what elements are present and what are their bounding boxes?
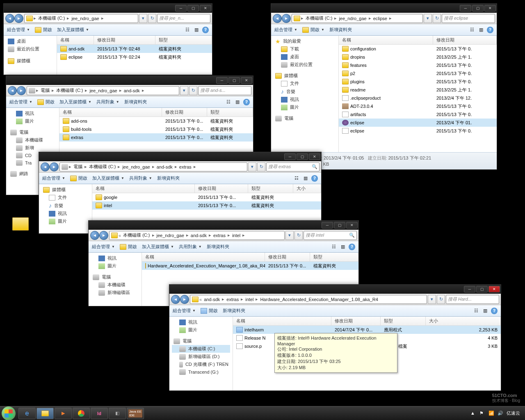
nav-pane[interactable]: 媒體櫃 文件 ♪音樂 視訊 圖片: [39, 184, 92, 233]
close-button[interactable]: ✕: [200, 5, 211, 11]
minimize-button[interactable]: ─: [216, 77, 228, 84]
tray-network-icon[interactable]: 📶: [488, 411, 494, 416]
task-chrome[interactable]: [73, 408, 90, 419]
maximize-button[interactable]: ▢: [472, 5, 484, 11]
search-input[interactable]: 搜尋 intel 🔍: [304, 231, 357, 240]
list-item[interactable]: features2015/1/13 下午 0.: [339, 61, 497, 69]
task-indesign[interactable]: Id: [91, 408, 108, 419]
search-input[interactable]: 搜尋 eclipse: [442, 14, 495, 23]
taskbar[interactable]: e ▶ Id ◧ Java EEIDE ▲ ⚑ 📶 🔊 亿速云: [0, 406, 525, 420]
breadcrumb[interactable]: ▸本機磁碟 (C:) ▸jee_ndro_gae ▸eclipse ▸: [292, 14, 423, 23]
tray-show-hidden-icon[interactable]: ▲: [470, 411, 476, 416]
preview-pane-icon[interactable]: ▥: [193, 27, 200, 33]
close-button[interactable]: ✕: [241, 77, 252, 84]
list-item[interactable]: google2015/1/13 下午 0...檔案資料夾: [92, 193, 321, 201]
task-app[interactable]: ◧: [109, 408, 126, 419]
list-item[interactable]: extras2015/1/13 下午 0...檔案資料夾: [59, 133, 253, 142]
breadcrumb[interactable]: «本機磁碟 (C:) ▸jee_ndro_gae ▸and-sdk ▸extra…: [109, 231, 285, 240]
list-item[interactable]: eclipse2013/2/4 下午 01.: [339, 119, 497, 127]
refresh-button[interactable]: ↻: [433, 14, 441, 23]
search-input[interactable]: 搜尋 Hard...: [446, 295, 499, 304]
list-item[interactable]: intel2015/1/13 下午 0...檔案資料夾: [92, 201, 321, 210]
open-button[interactable]: 開啟: [35, 27, 52, 33]
file-tooltip: 檔案描述: Intel® Hardware Accelerated Execut…: [274, 333, 397, 373]
open-button[interactable]: 開啟 ▼: [302, 27, 324, 33]
list-item[interactable]: readme2013/2/25 上午 1.: [339, 86, 497, 94]
column-headers[interactable]: 名稱 修改日期 類型: [57, 36, 212, 45]
search-input[interactable]: 搜尋 jee_n...: [157, 14, 210, 23]
add-to-library[interactable]: 加入至媒體櫃 ▼: [57, 27, 89, 33]
column-headers[interactable]: 名稱 修改日期: [339, 36, 497, 45]
nav-pane[interactable]: ★我的最愛 下載 桌面 最近的位置 媒體櫃 文件 ♪音樂 視訊 圖片 電腦: [271, 36, 339, 152]
nav-pane[interactable]: 桌面 最近的位置 媒體櫃: [4, 36, 57, 75]
maximize-button[interactable]: ▢: [228, 77, 240, 84]
file-list[interactable]: and-sdk2015/1/13 下午 02:48檔案資料夾 eclipse20…: [57, 45, 212, 75]
breadcrumb[interactable]: ▸電腦 ▸本機磁碟 (C:) ▸jee_ndro_gae ▸and-sdk ▸e…: [59, 162, 247, 171]
list-item[interactable]: p22015/1/13 下午 0.: [339, 69, 497, 78]
titlebar[interactable]: ─ ▢ ✕: [4, 4, 212, 13]
tray-ime[interactable]: 亿速云: [507, 410, 520, 416]
nav-pane[interactable]: 視訊 圖片 電腦 本機磁碟 新增磁碟區: [89, 253, 142, 306]
minimize-button[interactable]: ─: [460, 5, 471, 11]
list-item[interactable]: intelhaxm2014/7/24 下午 0...應用程式2,253 KB: [233, 326, 501, 334]
forward-button[interactable]: ►: [282, 14, 291, 23]
task-javaee[interactable]: Java EEIDE: [127, 408, 144, 419]
list-item[interactable]: configuration2015/1/13 下午 0.: [339, 45, 497, 53]
tray-volume-icon[interactable]: 🔊: [498, 411, 503, 416]
list-item[interactable]: add-ons2015/1/13 下午 0...檔案資料夾: [59, 117, 253, 125]
breadcrumb[interactable]: ▸本機磁碟 (C:) ▸jee_ndro_gae ▸: [24, 14, 138, 23]
search-input[interactable]: 搜尋 extras 🔍: [266, 162, 320, 171]
start-button[interactable]: [2, 406, 16, 420]
back-button[interactable]: ◄: [5, 14, 14, 23]
preview-pane-icon[interactable]: ▥: [478, 27, 484, 33]
list-item[interactable]: Hardware_Accelerated_Execution_Manager_1…: [142, 262, 358, 270]
explorer-window-eclipse[interactable]: ─ ▢ ✕ ◄► ▸本機磁碟 (C:) ▸jee_ndro_gae ▸eclip…: [271, 3, 497, 170]
view-options-icon[interactable]: ☷: [469, 27, 475, 33]
desktop-folder-icon[interactable]: [12, 217, 29, 231]
task-explorer[interactable]: [37, 408, 54, 419]
minimize-button[interactable]: ─: [175, 5, 187, 11]
watermark: 51CTO.com 技术博客 · Blog: [492, 393, 520, 404]
list-item[interactable]: plugins2015/1/13 下午 0.: [339, 78, 497, 86]
breadcrumb[interactable]: «and-sdk ▸extras ▸intel ▸Hardware_Accele…: [190, 295, 427, 304]
forward-button[interactable]: ►: [14, 14, 23, 23]
history-dropdown[interactable]: ▾: [424, 14, 432, 23]
back-button[interactable]: ◄: [273, 14, 282, 23]
organize-menu[interactable]: 組合管理 ▼: [7, 27, 30, 33]
tray-flag-icon[interactable]: ⚑: [479, 411, 485, 416]
list-item[interactable]: artifacts2015/1/13 下午 0.: [339, 110, 497, 119]
help-icon[interactable]: ?: [202, 27, 209, 33]
list-item[interactable]: eclipse2015/1/13 下午 0.: [339, 127, 497, 135]
organize-menu[interactable]: 組合管理 ▼: [274, 27, 297, 33]
address-bar: ◄► ▸本機磁碟 (C:) ▸jee_ndro_gae ▸ ▾ ↻ 搜尋 jee…: [4, 13, 212, 24]
list-item[interactable]: ADT-23.0.42015/1/13 下午 0.: [339, 102, 497, 110]
nav-pane[interactable]: 視訊 圖片 電腦 本機磁碟 (C:) 新增磁碟區 (D:) CD 光碟機 (F:…: [169, 317, 233, 390]
list-item[interactable]: and-sdk2015/1/13 下午 02:48檔案資料夾: [57, 45, 212, 53]
close-button[interactable]: ✕: [488, 286, 500, 292]
list-item[interactable]: dropins2013/2/25 上午 1.: [339, 53, 497, 61]
titlebar[interactable]: ─ ▢ ✕: [271, 4, 497, 13]
explorer-window-5[interactable]: ─▢✕ ◄► «and-sdk ▸extras ▸intel ▸Hardware…: [169, 284, 501, 391]
new-folder[interactable]: 新增資料夾: [329, 27, 352, 33]
toolbar: 組合管理 ▼ 開啟 加入至媒體櫃 ▼ ☷ ▥ ?: [4, 24, 212, 36]
forward-button[interactable]: ►: [17, 86, 26, 95]
list-item[interactable]: .eclipseproduct2013/2/4 下午 12.: [339, 94, 497, 102]
task-media[interactable]: ▶: [55, 408, 72, 419]
list-item[interactable]: build-tools2015/1/13 下午 0...檔案資料夾: [59, 125, 253, 133]
refresh-button[interactable]: ↻: [148, 14, 156, 23]
close-button[interactable]: ✕: [484, 5, 496, 11]
file-list[interactable]: configuration2015/1/13 下午 0.dropins2013/…: [339, 45, 497, 152]
maximize-button[interactable]: ▢: [187, 5, 199, 11]
history-dropdown[interactable]: ▾: [139, 14, 147, 23]
music-icon: ♪: [281, 88, 284, 95]
favorites-icon: ★: [275, 39, 281, 44]
view-options-icon[interactable]: ☷: [184, 27, 191, 33]
list-item[interactable]: eclipse2015/1/13 下午 02:24檔案資料夾: [57, 53, 212, 61]
task-ie[interactable]: e: [18, 408, 36, 419]
search-input[interactable]: 搜尋 and-s...: [198, 86, 251, 95]
breadcrumb[interactable]: ▸電腦 ▸本機磁碟 (C:) ▸jee_ndro_gae ▸and-sdk ▸: [27, 86, 179, 95]
system-tray[interactable]: ▲ ⚑ 📶 🔊 亿速云: [470, 410, 523, 416]
back-button[interactable]: ◄: [8, 86, 17, 95]
help-icon[interactable]: ?: [487, 27, 493, 33]
explorer-window-1[interactable]: ─ ▢ ✕ ◄► ▸本機磁碟 (C:) ▸jee_ndro_gae ▸ ▾ ↻ …: [3, 3, 212, 75]
